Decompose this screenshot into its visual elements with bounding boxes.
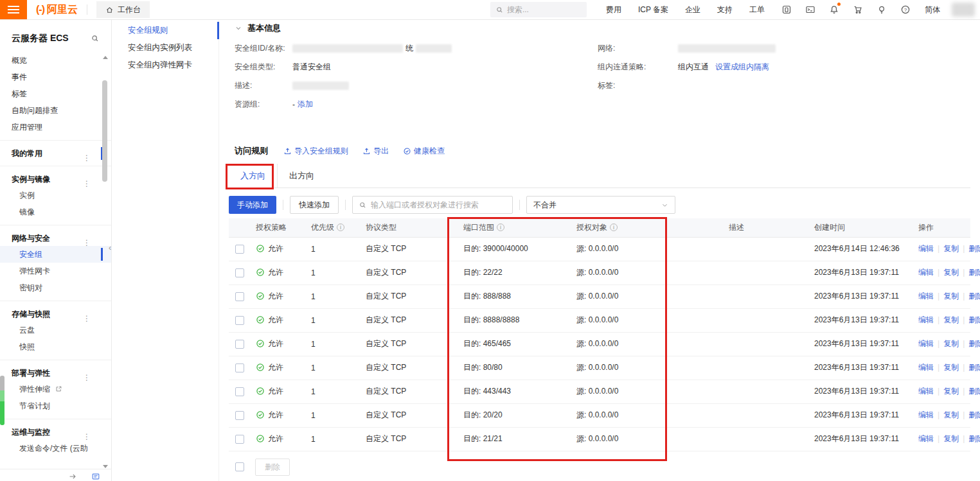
set-isolation-link[interactable]: 设置成组内隔离 [715, 62, 769, 73]
sidebar-scrollbar[interactable] [102, 56, 108, 468]
clone-link[interactable]: 复制 [943, 244, 959, 253]
cart-icon[interactable] [853, 4, 863, 15]
info-icon[interactable]: i [497, 223, 504, 231]
clone-link[interactable]: 复制 [943, 339, 959, 348]
manual-add-button[interactable]: 手动添加 [229, 196, 276, 214]
edit-link[interactable]: 编辑 [918, 315, 934, 324]
delete-link[interactable]: 删除 [968, 434, 980, 443]
scroll-up-icon[interactable] [103, 56, 108, 59]
chevron-down-icon[interactable] [235, 24, 242, 32]
batch-delete-button[interactable]: 删除 [255, 459, 290, 476]
nav-collapse-icon[interactable] [68, 472, 77, 481]
workspace-button[interactable]: 工作台 [96, 1, 150, 18]
sidebar-item[interactable]: 应用管理 [0, 119, 111, 136]
row-checkbox[interactable] [235, 268, 244, 277]
row-checkbox[interactable] [235, 292, 244, 301]
clone-link[interactable]: 复制 [943, 363, 959, 372]
section-menu-icon[interactable]: ⋮ [83, 310, 91, 322]
section-menu-icon[interactable]: ⋮ [83, 150, 91, 161]
sidebar-item[interactable]: 镜像 [0, 204, 111, 220]
global-search[interactable] [490, 2, 587, 17]
lightbulb-icon[interactable] [877, 4, 887, 15]
delete-link[interactable]: 删除 [968, 363, 980, 372]
sidebar-item[interactable]: 弹性伸缩 [0, 381, 111, 398]
sidebar-collapse-handle[interactable]: ‹ [109, 243, 111, 252]
topbar-menu-item[interactable]: 工单 [749, 4, 765, 15]
quick-add-button[interactable]: 快速添加 [290, 196, 339, 214]
app-center-icon[interactable] [781, 4, 792, 15]
row-checkbox[interactable] [235, 411, 244, 420]
delete-link[interactable]: 删除 [968, 244, 980, 253]
select-all-checkbox[interactable] [235, 462, 244, 471]
subnav-item[interactable]: 安全组规则 [112, 22, 218, 39]
sidebar-item[interactable]: 概览 [0, 52, 111, 69]
sidebar-item[interactable]: 安全组 [0, 246, 111, 263]
info-icon[interactable]: i [610, 223, 618, 231]
sidebar-item[interactable]: 实例与镜像 ⋮ [0, 166, 111, 187]
edit-link[interactable]: 编辑 [918, 339, 934, 348]
aliyun-logo[interactable]: (-) 阿里云 [36, 3, 78, 17]
edit-link[interactable]: 编辑 [918, 268, 934, 277]
sidebar-item[interactable]: 发送命令/文件 (云助 [0, 440, 111, 457]
tab-inbound[interactable]: 入方向 [229, 164, 278, 188]
sidebar-item[interactable]: 实例 [0, 187, 111, 204]
rules-search-input[interactable] [371, 200, 506, 209]
sidebar-item[interactable]: 节省计划 [0, 398, 111, 414]
feedback-panel-icon[interactable] [91, 472, 100, 481]
sidebar-item[interactable]: 运维与监控 ⋮ [0, 419, 111, 440]
clone-link[interactable]: 复制 [943, 315, 959, 324]
info-icon[interactable]: i [337, 223, 344, 231]
sidebar-item[interactable]: 事件 [0, 69, 111, 85]
edit-link[interactable]: 编辑 [918, 244, 934, 253]
delete-link[interactable]: 删除 [968, 268, 980, 277]
sidebar-item[interactable]: 标签 [0, 85, 111, 102]
section-menu-icon[interactable]: ⋮ [83, 428, 91, 440]
merge-select[interactable]: 不合并 [526, 196, 675, 214]
delete-link[interactable]: 删除 [968, 315, 980, 324]
section-menu-icon[interactable]: ⋮ [83, 369, 91, 381]
import-rules-link[interactable]: 导入安全组规则 [283, 146, 348, 157]
avatar[interactable] [952, 3, 975, 17]
section-menu-icon[interactable]: ⋮ [83, 234, 91, 246]
topbar-menu-item[interactable]: ICP 备案 [638, 4, 668, 15]
edit-link[interactable]: 编辑 [918, 292, 934, 301]
sidebar-item[interactable]: 网络与安全 ⋮ [0, 225, 111, 246]
delete-link[interactable]: 删除 [968, 410, 980, 419]
clone-link[interactable]: 复制 [943, 434, 959, 443]
edit-link[interactable]: 编辑 [918, 434, 934, 443]
sidebar-item[interactable]: 自助问题排查 [0, 102, 111, 119]
delete-link[interactable]: 删除 [968, 387, 980, 396]
add-resource-group-link[interactable]: 添加 [298, 99, 313, 110]
topbar-menu-item[interactable]: 费用 [606, 4, 621, 15]
edit-link[interactable]: 编辑 [918, 410, 934, 419]
delete-link[interactable]: 删除 [968, 339, 980, 348]
sidebar-item[interactable]: 快照 [0, 338, 111, 355]
row-checkbox[interactable] [235, 435, 244, 444]
subnav-item[interactable]: 安全组内实例列表 [112, 39, 218, 57]
sidebar-item[interactable]: 密钥对 [0, 279, 111, 296]
export-link[interactable]: 导出 [362, 146, 389, 157]
scroll-down-icon[interactable] [103, 465, 108, 468]
rules-search[interactable] [352, 196, 513, 214]
row-checkbox[interactable] [235, 340, 244, 349]
sidebar-item[interactable]: 部署与弹性 ⋮ [0, 360, 111, 381]
help-icon[interactable]: ? [900, 4, 911, 15]
hamburger-menu-icon[interactable] [0, 0, 27, 19]
sidebar-item[interactable]: 弹性网卡 [0, 263, 111, 279]
terminal-icon[interactable] [805, 4, 815, 15]
tab-outbound[interactable]: 出方向 [278, 164, 326, 188]
row-checkbox[interactable] [235, 387, 244, 396]
row-checkbox[interactable] [235, 363, 244, 372]
edit-link[interactable]: 编辑 [918, 363, 934, 372]
topbar-menu-item[interactable]: 支持 [717, 4, 733, 15]
sidebar-item[interactable]: 我的常用 ⋮ [0, 140, 111, 161]
clone-link[interactable]: 复制 [943, 292, 959, 301]
language-switch[interactable]: 简体 [925, 4, 940, 15]
topbar-menu-item[interactable]: 企业 [685, 4, 700, 15]
clone-link[interactable]: 复制 [943, 387, 959, 396]
bell-icon[interactable] [829, 4, 839, 15]
edit-link[interactable]: 编辑 [918, 387, 934, 396]
section-menu-icon[interactable]: ⋮ [83, 175, 91, 187]
clone-link[interactable]: 复制 [943, 268, 959, 277]
clone-link[interactable]: 复制 [943, 410, 959, 419]
